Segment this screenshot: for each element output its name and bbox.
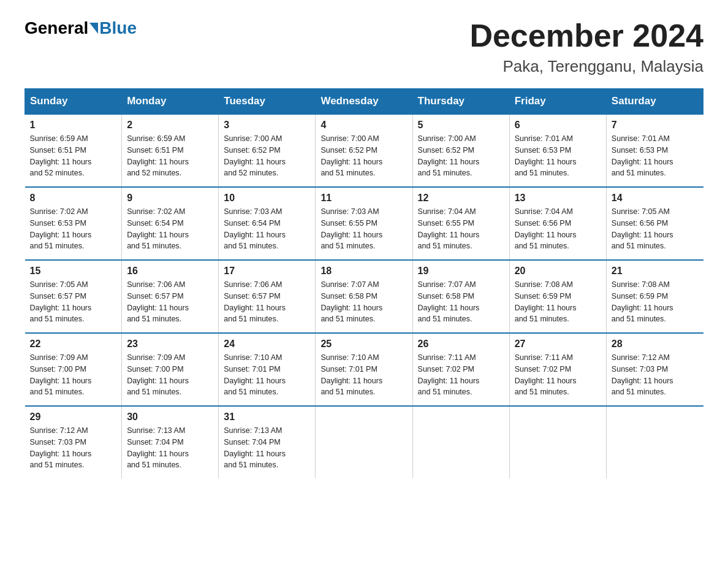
- calendar-cell: [412, 406, 509, 478]
- calendar-table: SundayMondayTuesdayWednesdayThursdayFrid…: [25, 88, 703, 478]
- day-info: Sunrise: 7:06 AMSunset: 6:57 PMDaylight:…: [127, 279, 213, 325]
- calendar-cell: [606, 406, 703, 478]
- day-number: 17: [224, 266, 310, 277]
- calendar-cell: 9Sunrise: 7:02 AMSunset: 6:54 PMDaylight…: [122, 187, 219, 260]
- day-info: Sunrise: 7:12 AMSunset: 7:03 PMDaylight:…: [30, 425, 117, 471]
- day-number: 14: [612, 193, 699, 204]
- day-number: 19: [418, 266, 504, 277]
- day-info: Sunrise: 7:06 AMSunset: 6:57 PMDaylight:…: [224, 279, 310, 325]
- day-info: Sunrise: 7:10 AMSunset: 7:01 PMDaylight:…: [224, 352, 310, 398]
- day-number: 24: [224, 339, 310, 350]
- calendar-cell: 5Sunrise: 7:00 AMSunset: 6:52 PMDaylight…: [412, 114, 509, 187]
- day-info: Sunrise: 6:59 AMSunset: 6:51 PMDaylight:…: [30, 133, 117, 179]
- calendar-cell: 31Sunrise: 7:13 AMSunset: 7:04 PMDayligh…: [219, 406, 316, 478]
- day-info: Sunrise: 7:13 AMSunset: 7:04 PMDaylight:…: [127, 425, 213, 471]
- day-number: 26: [418, 339, 504, 350]
- day-number: 7: [612, 120, 699, 131]
- day-info: Sunrise: 7:08 AMSunset: 6:59 PMDaylight:…: [612, 279, 699, 325]
- calendar-cell: 7Sunrise: 7:01 AMSunset: 6:53 PMDaylight…: [606, 114, 703, 187]
- day-number: 13: [515, 193, 601, 204]
- day-number: 28: [612, 339, 699, 350]
- day-info: Sunrise: 7:11 AMSunset: 7:02 PMDaylight:…: [515, 352, 601, 398]
- day-number: 20: [515, 266, 601, 277]
- calendar-week-row: 15Sunrise: 7:05 AMSunset: 6:57 PMDayligh…: [25, 260, 703, 333]
- page-header: General Blue December 2024 Paka, Terengg…: [25, 18, 703, 76]
- calendar-cell: 15Sunrise: 7:05 AMSunset: 6:57 PMDayligh…: [25, 260, 122, 333]
- day-number: 31: [224, 412, 310, 423]
- calendar-cell: 4Sunrise: 7:00 AMSunset: 6:52 PMDaylight…: [316, 114, 412, 187]
- day-info: Sunrise: 7:04 AMSunset: 6:56 PMDaylight:…: [515, 206, 601, 252]
- calendar-cell: 19Sunrise: 7:07 AMSunset: 6:58 PMDayligh…: [412, 260, 509, 333]
- day-number: 1: [30, 120, 117, 131]
- day-info: Sunrise: 7:13 AMSunset: 7:04 PMDaylight:…: [224, 425, 310, 471]
- day-number: 3: [224, 120, 310, 131]
- logo-general-text: General: [25, 18, 88, 38]
- calendar-cell: 20Sunrise: 7:08 AMSunset: 6:59 PMDayligh…: [509, 260, 606, 333]
- calendar-week-row: 1Sunrise: 6:59 AMSunset: 6:51 PMDaylight…: [25, 114, 703, 187]
- day-number: 15: [30, 266, 117, 277]
- calendar-cell: 21Sunrise: 7:08 AMSunset: 6:59 PMDayligh…: [606, 260, 703, 333]
- calendar-cell: [316, 406, 412, 478]
- day-info: Sunrise: 7:09 AMSunset: 7:00 PMDaylight:…: [30, 352, 117, 398]
- day-number: 21: [612, 266, 699, 277]
- day-info: Sunrise: 6:59 AMSunset: 6:51 PMDaylight:…: [127, 133, 213, 179]
- day-info: Sunrise: 7:10 AMSunset: 7:01 PMDaylight:…: [320, 352, 407, 398]
- calendar-cell: 2Sunrise: 6:59 AMSunset: 6:51 PMDaylight…: [122, 114, 219, 187]
- calendar-cell: 16Sunrise: 7:06 AMSunset: 6:57 PMDayligh…: [122, 260, 219, 333]
- calendar-cell: 14Sunrise: 7:05 AMSunset: 6:56 PMDayligh…: [606, 187, 703, 260]
- day-info: Sunrise: 7:01 AMSunset: 6:53 PMDaylight:…: [515, 133, 601, 179]
- day-info: Sunrise: 7:11 AMSunset: 7:02 PMDaylight:…: [418, 352, 504, 398]
- day-number: 22: [30, 339, 117, 350]
- day-info: Sunrise: 7:00 AMSunset: 6:52 PMDaylight:…: [418, 133, 504, 179]
- calendar-cell: 1Sunrise: 6:59 AMSunset: 6:51 PMDaylight…: [25, 114, 122, 187]
- day-info: Sunrise: 7:02 AMSunset: 6:53 PMDaylight:…: [30, 206, 117, 252]
- calendar-cell: 22Sunrise: 7:09 AMSunset: 7:00 PMDayligh…: [25, 333, 122, 406]
- day-info: Sunrise: 7:01 AMSunset: 6:53 PMDaylight:…: [612, 133, 699, 179]
- calendar-cell: 30Sunrise: 7:13 AMSunset: 7:04 PMDayligh…: [122, 406, 219, 478]
- calendar-cell: 12Sunrise: 7:04 AMSunset: 6:55 PMDayligh…: [412, 187, 509, 260]
- calendar-cell: 18Sunrise: 7:07 AMSunset: 6:58 PMDayligh…: [316, 260, 412, 333]
- calendar-cell: 8Sunrise: 7:02 AMSunset: 6:53 PMDaylight…: [25, 187, 122, 260]
- calendar-cell: 24Sunrise: 7:10 AMSunset: 7:01 PMDayligh…: [219, 333, 316, 406]
- logo-blue-text: Blue: [99, 18, 137, 38]
- calendar-header-row: SundayMondayTuesdayWednesdayThursdayFrid…: [25, 89, 703, 115]
- calendar-cell: 26Sunrise: 7:11 AMSunset: 7:02 PMDayligh…: [412, 333, 509, 406]
- day-number: 6: [515, 120, 601, 131]
- logo-arrow-icon: [89, 23, 98, 34]
- day-info: Sunrise: 7:05 AMSunset: 6:56 PMDaylight:…: [612, 206, 699, 252]
- header-friday: Friday: [509, 89, 606, 115]
- header-thursday: Thursday: [412, 89, 509, 115]
- calendar-cell: 13Sunrise: 7:04 AMSunset: 6:56 PMDayligh…: [509, 187, 606, 260]
- calendar-week-row: 29Sunrise: 7:12 AMSunset: 7:03 PMDayligh…: [25, 406, 703, 478]
- day-info: Sunrise: 7:04 AMSunset: 6:55 PMDaylight:…: [418, 206, 504, 252]
- calendar-cell: 27Sunrise: 7:11 AMSunset: 7:02 PMDayligh…: [509, 333, 606, 406]
- day-info: Sunrise: 7:00 AMSunset: 6:52 PMDaylight:…: [224, 133, 310, 179]
- calendar-cell: 28Sunrise: 7:12 AMSunset: 7:03 PMDayligh…: [606, 333, 703, 406]
- month-title: December 2024: [469, 18, 703, 53]
- calendar-cell: 29Sunrise: 7:12 AMSunset: 7:03 PMDayligh…: [25, 406, 122, 478]
- day-number: 9: [127, 193, 213, 204]
- header-sunday: Sunday: [25, 89, 122, 115]
- calendar-cell: 25Sunrise: 7:10 AMSunset: 7:01 PMDayligh…: [316, 333, 412, 406]
- day-number: 8: [30, 193, 117, 204]
- day-number: 11: [320, 193, 407, 204]
- day-info: Sunrise: 7:08 AMSunset: 6:59 PMDaylight:…: [515, 279, 601, 325]
- day-number: 25: [320, 339, 407, 350]
- day-number: 29: [30, 412, 117, 423]
- calendar-cell: 10Sunrise: 7:03 AMSunset: 6:54 PMDayligh…: [219, 187, 316, 260]
- location-title: Paka, Terengganu, Malaysia: [469, 57, 703, 76]
- day-info: Sunrise: 7:07 AMSunset: 6:58 PMDaylight:…: [418, 279, 504, 325]
- day-number: 27: [515, 339, 601, 350]
- calendar-cell: 6Sunrise: 7:01 AMSunset: 6:53 PMDaylight…: [509, 114, 606, 187]
- day-info: Sunrise: 7:03 AMSunset: 6:55 PMDaylight:…: [320, 206, 407, 252]
- logo: General Blue: [25, 18, 137, 38]
- day-info: Sunrise: 7:12 AMSunset: 7:03 PMDaylight:…: [612, 352, 699, 398]
- header-tuesday: Tuesday: [219, 89, 316, 115]
- day-info: Sunrise: 7:09 AMSunset: 7:00 PMDaylight:…: [127, 352, 213, 398]
- header-wednesday: Wednesday: [316, 89, 412, 115]
- day-info: Sunrise: 7:07 AMSunset: 6:58 PMDaylight:…: [320, 279, 407, 325]
- calendar-cell: 23Sunrise: 7:09 AMSunset: 7:00 PMDayligh…: [122, 333, 219, 406]
- calendar-cell: 17Sunrise: 7:06 AMSunset: 6:57 PMDayligh…: [219, 260, 316, 333]
- day-number: 2: [127, 120, 213, 131]
- calendar-cell: 11Sunrise: 7:03 AMSunset: 6:55 PMDayligh…: [316, 187, 412, 260]
